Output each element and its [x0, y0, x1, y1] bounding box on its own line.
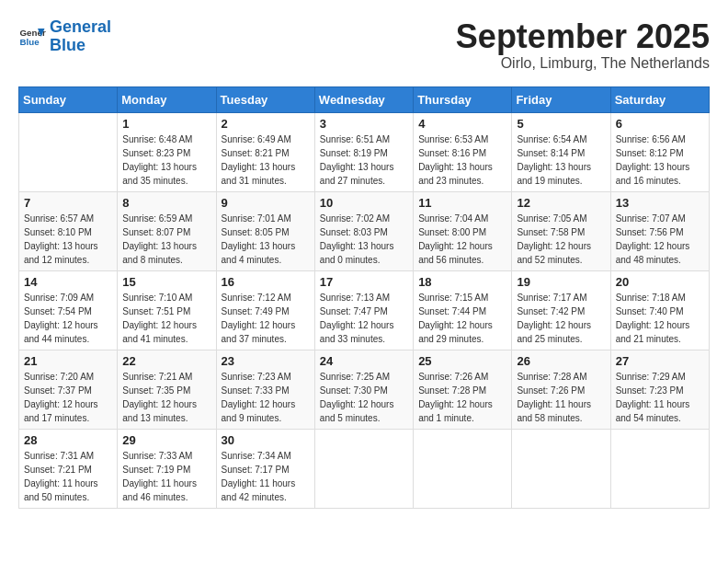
calendar-cell: 13Sunrise: 7:07 AM Sunset: 7:56 PM Dayli… [610, 191, 709, 270]
calendar-cell: 9Sunrise: 7:01 AM Sunset: 8:05 PM Daylig… [216, 191, 314, 270]
location-subtitle: Oirlo, Limburg, The Netherlands [456, 55, 710, 72]
calendar-cell [414, 429, 512, 508]
calendar-cell: 25Sunrise: 7:26 AM Sunset: 7:28 PM Dayli… [414, 350, 512, 429]
day-info: Sunrise: 6:48 AM Sunset: 8:23 PM Dayligh… [122, 132, 210, 188]
day-info: Sunrise: 6:54 AM Sunset: 8:14 PM Dayligh… [517, 132, 605, 188]
day-number: 17 [320, 275, 408, 289]
day-number: 14 [24, 275, 112, 289]
calendar-cell: 26Sunrise: 7:28 AM Sunset: 7:26 PM Dayli… [512, 350, 610, 429]
calendar-week-4: 21Sunrise: 7:20 AM Sunset: 7:37 PM Dayli… [19, 350, 710, 429]
day-info: Sunrise: 6:59 AM Sunset: 8:07 PM Dayligh… [122, 212, 210, 267]
calendar-cell [610, 429, 709, 508]
calendar-cell: 17Sunrise: 7:13 AM Sunset: 7:47 PM Dayli… [314, 270, 413, 350]
calendar-cell: 22Sunrise: 7:21 AM Sunset: 7:35 PM Dayli… [118, 350, 216, 429]
day-number: 10 [320, 196, 408, 210]
day-number: 28 [24, 433, 112, 447]
calendar-cell: 3Sunrise: 6:51 AM Sunset: 8:19 PM Daylig… [314, 112, 413, 191]
day-number: 29 [122, 433, 210, 447]
calendar-cell [314, 429, 413, 508]
day-number: 2 [222, 117, 310, 131]
calendar-table: SundayMondayTuesdayWednesdayThursdayFrid… [18, 86, 710, 509]
calendar-cell: 20Sunrise: 7:18 AM Sunset: 7:40 PM Dayli… [610, 270, 709, 350]
calendar-cell: 24Sunrise: 7:25 AM Sunset: 7:30 PM Dayli… [314, 350, 413, 429]
header-thursday: Thursday [414, 86, 512, 112]
calendar-cell: 4Sunrise: 6:53 AM Sunset: 8:16 PM Daylig… [414, 112, 512, 191]
calendar-cell: 10Sunrise: 7:02 AM Sunset: 8:03 PM Dayli… [314, 191, 413, 270]
page-header: General Blue General Blue September 2025… [18, 18, 710, 72]
day-number: 8 [122, 196, 210, 210]
day-number: 5 [517, 117, 605, 131]
header-saturday: Saturday [610, 86, 709, 112]
day-info: Sunrise: 7:18 AM Sunset: 7:40 PM Dayligh… [616, 291, 704, 346]
calendar-cell [19, 112, 118, 191]
day-number: 19 [517, 275, 605, 289]
day-number: 6 [616, 117, 704, 131]
day-info: Sunrise: 7:33 AM Sunset: 7:19 PM Dayligh… [122, 449, 210, 504]
day-info: Sunrise: 7:05 AM Sunset: 7:58 PM Dayligh… [517, 212, 605, 267]
day-info: Sunrise: 6:51 AM Sunset: 8:19 PM Dayligh… [320, 132, 408, 188]
logo-general: General [50, 17, 111, 36]
day-info: Sunrise: 7:28 AM Sunset: 7:26 PM Dayligh… [517, 370, 605, 425]
calendar-cell: 6Sunrise: 6:56 AM Sunset: 8:12 PM Daylig… [610, 112, 709, 191]
day-number: 7 [24, 196, 112, 210]
calendar-cell: 15Sunrise: 7:10 AM Sunset: 7:51 PM Dayli… [118, 270, 216, 350]
day-number: 21 [24, 354, 112, 368]
calendar-cell: 28Sunrise: 7:31 AM Sunset: 7:21 PM Dayli… [19, 429, 118, 508]
day-number: 15 [122, 275, 210, 289]
title-block: September 2025 Oirlo, Limburg, The Nethe… [456, 18, 710, 72]
month-title: September 2025 [456, 18, 710, 55]
day-info: Sunrise: 7:31 AM Sunset: 7:21 PM Dayligh… [24, 449, 112, 504]
day-info: Sunrise: 6:49 AM Sunset: 8:21 PM Dayligh… [222, 132, 310, 188]
calendar-cell: 12Sunrise: 7:05 AM Sunset: 7:58 PM Dayli… [512, 191, 610, 270]
calendar-week-5: 28Sunrise: 7:31 AM Sunset: 7:21 PM Dayli… [19, 429, 710, 508]
calendar-week-2: 7Sunrise: 6:57 AM Sunset: 8:10 PM Daylig… [19, 191, 710, 270]
day-number: 1 [122, 117, 210, 131]
day-info: Sunrise: 7:25 AM Sunset: 7:30 PM Dayligh… [320, 370, 408, 425]
calendar-cell: 11Sunrise: 7:04 AM Sunset: 8:00 PM Dayli… [414, 191, 512, 270]
calendar-cell: 16Sunrise: 7:12 AM Sunset: 7:49 PM Dayli… [216, 270, 314, 350]
day-number: 27 [616, 354, 704, 368]
day-info: Sunrise: 7:02 AM Sunset: 8:03 PM Dayligh… [320, 212, 408, 267]
day-info: Sunrise: 7:21 AM Sunset: 7:35 PM Dayligh… [122, 370, 210, 425]
day-info: Sunrise: 7:26 AM Sunset: 7:28 PM Dayligh… [418, 370, 506, 425]
calendar-cell: 7Sunrise: 6:57 AM Sunset: 8:10 PM Daylig… [19, 191, 118, 270]
calendar-cell: 23Sunrise: 7:23 AM Sunset: 7:33 PM Dayli… [216, 350, 314, 429]
day-number: 16 [222, 275, 310, 289]
day-number: 30 [222, 433, 310, 447]
day-info: Sunrise: 7:10 AM Sunset: 7:51 PM Dayligh… [122, 291, 210, 346]
day-info: Sunrise: 7:17 AM Sunset: 7:42 PM Dayligh… [517, 291, 605, 346]
header-friday: Friday [512, 86, 610, 112]
calendar-cell: 27Sunrise: 7:29 AM Sunset: 7:23 PM Dayli… [610, 350, 709, 429]
day-info: Sunrise: 7:12 AM Sunset: 7:49 PM Dayligh… [222, 291, 310, 346]
day-number: 11 [418, 196, 506, 210]
day-info: Sunrise: 7:01 AM Sunset: 8:05 PM Dayligh… [222, 212, 310, 267]
day-info: Sunrise: 7:04 AM Sunset: 8:00 PM Dayligh… [418, 212, 506, 267]
calendar-cell [512, 429, 610, 508]
calendar-header-row: SundayMondayTuesdayWednesdayThursdayFrid… [19, 86, 710, 112]
day-number: 4 [418, 117, 506, 131]
header-tuesday: Tuesday [216, 86, 314, 112]
day-number: 25 [418, 354, 506, 368]
day-info: Sunrise: 7:07 AM Sunset: 7:56 PM Dayligh… [616, 212, 704, 267]
day-info: Sunrise: 7:09 AM Sunset: 7:54 PM Dayligh… [24, 291, 112, 346]
day-number: 12 [517, 196, 605, 210]
day-number: 23 [222, 354, 310, 368]
day-info: Sunrise: 7:34 AM Sunset: 7:17 PM Dayligh… [222, 449, 310, 504]
calendar-cell: 30Sunrise: 7:34 AM Sunset: 7:17 PM Dayli… [216, 429, 314, 508]
calendar-cell: 19Sunrise: 7:17 AM Sunset: 7:42 PM Dayli… [512, 270, 610, 350]
day-info: Sunrise: 7:29 AM Sunset: 7:23 PM Dayligh… [616, 370, 704, 425]
header-wednesday: Wednesday [314, 86, 413, 112]
logo-icon: General Blue [18, 23, 46, 51]
day-number: 20 [616, 275, 704, 289]
day-number: 9 [222, 196, 310, 210]
logo-text: General Blue [50, 18, 111, 55]
logo: General Blue General Blue [18, 18, 111, 55]
day-info: Sunrise: 7:23 AM Sunset: 7:33 PM Dayligh… [222, 370, 310, 425]
calendar-cell: 5Sunrise: 6:54 AM Sunset: 8:14 PM Daylig… [512, 112, 610, 191]
calendar-week-1: 1Sunrise: 6:48 AM Sunset: 8:23 PM Daylig… [19, 112, 710, 191]
logo-blue: Blue [50, 36, 85, 54]
svg-text:Blue: Blue [20, 37, 40, 47]
header-sunday: Sunday [19, 86, 118, 112]
day-info: Sunrise: 6:56 AM Sunset: 8:12 PM Dayligh… [616, 132, 704, 188]
day-info: Sunrise: 7:15 AM Sunset: 7:44 PM Dayligh… [418, 291, 506, 346]
